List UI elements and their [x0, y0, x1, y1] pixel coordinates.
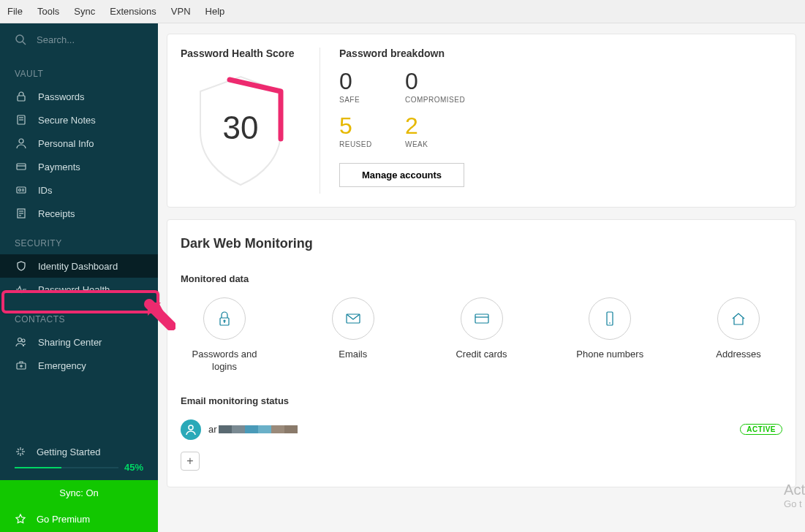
breakdown-safe: 0 SAFE: [339, 69, 376, 104]
go-premium[interactable]: Go Premium: [0, 506, 158, 532]
sidebar-item-label: IDs: [38, 185, 53, 196]
getting-started-label: Getting Started: [37, 446, 100, 457]
sidebar-item-label: Sharing Center: [38, 337, 102, 348]
svg-line-27: [22, 453, 23, 455]
card-icon: [15, 160, 28, 173]
monitored-emails[interactable]: Emails: [309, 297, 397, 373]
svg-point-31: [224, 320, 225, 322]
progress-bar: [15, 467, 118, 468]
progress-percent: 45%: [124, 462, 143, 473]
monitored-credit-cards[interactable]: Credit cards: [438, 297, 526, 373]
menu-tools[interactable]: Tools: [37, 6, 59, 17]
home-icon: [729, 309, 748, 328]
svg-point-17: [18, 338, 22, 342]
email-status-row: ar ACTIVE: [181, 419, 782, 440]
sync-status[interactable]: Sync: On: [0, 480, 158, 506]
breakdown-title: Password breakdown: [339, 48, 782, 59]
email-monitoring-label: Email monitoring status: [181, 395, 782, 406]
sidebar-item-label: Password Health: [38, 284, 110, 295]
sidebar-item-emergency[interactable]: Emergency: [0, 354, 158, 377]
sidebar-item-passwords[interactable]: Passwords: [0, 85, 158, 108]
monitored-addresses[interactable]: Addresses: [695, 297, 782, 373]
sparkle-icon: [15, 446, 26, 457]
medkit-icon: [15, 359, 28, 372]
svg-point-0: [16, 35, 23, 42]
breakdown-reused-count: 5: [339, 114, 376, 137]
main-content: Password Health Score 30 Password breakd…: [158, 23, 805, 532]
sidebar-item-label: Secure Notes: [38, 115, 96, 126]
menu-sync[interactable]: Sync: [74, 6, 95, 17]
breakdown-weak-count: 2: [405, 114, 442, 137]
breakdown-reused-label: REUSED: [339, 140, 376, 148]
monitored-label: Credit cards: [456, 349, 507, 361]
svg-rect-34: [475, 314, 488, 323]
menu-vpn[interactable]: VPN: [171, 6, 191, 17]
email-address-redacted: ar: [208, 424, 298, 435]
breakdown-compromised: 0 COMPROMISED: [405, 69, 465, 104]
monitored-label: Emails: [339, 349, 367, 361]
sync-label: Sync: On: [59, 487, 98, 498]
svg-line-1: [23, 42, 26, 45]
status-badge-active: ACTIVE: [740, 424, 782, 435]
divider: [320, 48, 320, 194]
breakdown-compromised-count: 0: [405, 69, 465, 93]
note-icon: [15, 113, 28, 126]
menu-help[interactable]: Help: [205, 6, 225, 17]
breakdown-reused: 5 REUSED: [339, 114, 376, 148]
premium-label: Go Premium: [37, 514, 90, 525]
card-icon: [472, 309, 491, 328]
monitored-data-label: Monitored data: [181, 273, 782, 284]
sidebar-item-receipts[interactable]: Receipts: [0, 202, 158, 225]
darkweb-title: Dark Web Monitoring: [181, 236, 782, 251]
pulse-icon: [15, 283, 28, 296]
health-card: Password Health Score 30 Password breakd…: [167, 34, 796, 208]
lock-icon: [215, 309, 234, 328]
sidebar-item-label: Passwords: [38, 91, 85, 102]
people-icon: [15, 335, 28, 349]
progress-row: 45%: [0, 462, 158, 480]
section-security-label: SECURITY: [0, 225, 158, 254]
sidebar-item-identity-dashboard[interactable]: Identity Dashboard: [0, 254, 158, 278]
sidebar-item-label: Identity Dashboard: [38, 261, 118, 272]
sidebar-item-sharing-center[interactable]: Sharing Center: [0, 330, 158, 354]
sidebar-item-payments[interactable]: Payments: [0, 155, 158, 178]
add-email-button[interactable]: +: [181, 452, 200, 471]
monitored-phone-numbers[interactable]: Phone numbers: [566, 297, 654, 373]
breakdown-compromised-label: COMPROMISED: [405, 96, 465, 104]
menu-bar: File Tools Sync Extensions VPN Help: [0, 0, 805, 23]
sidebar-item-personal-info[interactable]: Personal Info: [0, 132, 158, 155]
arrow-pink-icon: [143, 298, 175, 330]
menu-file[interactable]: File: [7, 6, 23, 17]
sidebar-item-ids[interactable]: IDs: [0, 178, 158, 202]
darkweb-card: Dark Web Monitoring Monitored data Passw…: [167, 219, 796, 487]
manage-accounts-button[interactable]: Manage accounts: [339, 163, 464, 187]
id-icon: [15, 183, 28, 197]
monitored-passwords-logins[interactable]: Passwords and logins: [181, 297, 268, 373]
svg-rect-2: [18, 96, 25, 101]
sidebar-item-password-health[interactable]: Password Health: [0, 278, 158, 301]
svg-point-6: [19, 139, 23, 143]
sidebar-item-label: Payments: [38, 162, 80, 172]
getting-started[interactable]: Getting Started: [0, 438, 158, 462]
breakdown-safe-label: SAFE: [339, 96, 376, 104]
person-icon: [15, 137, 28, 150]
svg-line-29: [18, 453, 19, 455]
svg-point-10: [19, 189, 21, 191]
phone-icon: [600, 309, 619, 328]
monitored-label: Addresses: [716, 349, 760, 361]
svg-point-38: [189, 425, 193, 430]
search-input[interactable]: [37, 34, 143, 45]
section-vault-label: VAULT: [0, 56, 158, 85]
health-score-number: 30: [223, 110, 259, 146]
search-row[interactable]: [0, 23, 158, 56]
avatar: [181, 419, 201, 440]
svg-line-28: [22, 449, 23, 450]
menu-extensions[interactable]: Extensions: [110, 6, 156, 17]
shield-icon: [15, 259, 28, 273]
svg-line-26: [18, 449, 19, 450]
search-icon: [15, 34, 26, 45]
envelope-icon: [344, 309, 363, 328]
redaction-bar: [219, 425, 298, 433]
sidebar-item-secure-notes[interactable]: Secure Notes: [0, 108, 158, 132]
health-shield: 30: [186, 69, 295, 194]
